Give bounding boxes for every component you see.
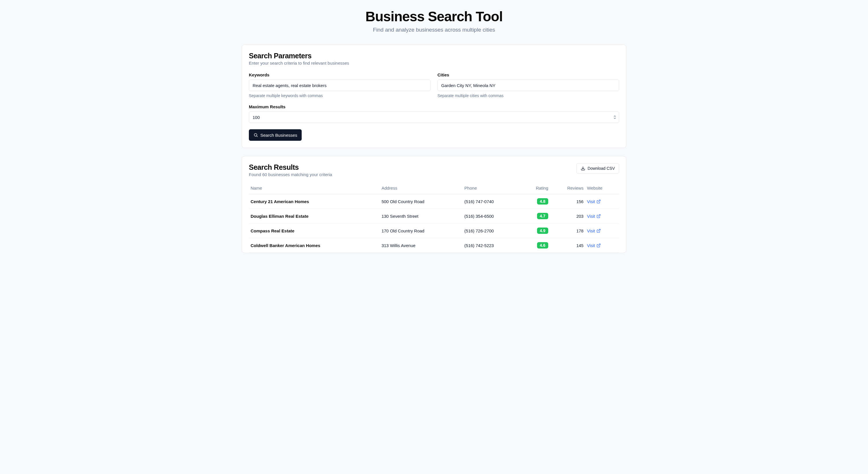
svg-line-1 — [257, 136, 257, 137]
cell-rating: 4.9 — [522, 224, 550, 238]
external-link-icon — [596, 214, 601, 218]
cell-reviews: 203 — [550, 209, 585, 224]
visit-link[interactable]: Visit — [587, 214, 601, 218]
cities-label: Cities — [437, 72, 619, 77]
table-row: Century 21 American Homes500 Old Country… — [249, 194, 619, 209]
rating-badge: 4.9 — [537, 228, 548, 234]
col-header-reviews: Reviews — [550, 182, 585, 194]
external-link-icon — [596, 243, 601, 248]
results-title: Search Results — [249, 163, 332, 172]
cell-rating: 4.6 — [522, 238, 550, 253]
cities-hint: Separate multiple cities with commas — [437, 93, 619, 98]
search-parameters-card: Search Parameters Enter your search crit… — [242, 45, 626, 148]
cell-phone: (516) 354-6500 — [463, 209, 522, 224]
page-subtitle: Find and analyze businesses across multi… — [242, 27, 626, 33]
col-header-rating: Rating — [522, 182, 550, 194]
cell-name: Compass Real Estate — [249, 224, 380, 238]
cell-rating: 4.8 — [522, 194, 550, 209]
cell-reviews: 178 — [550, 224, 585, 238]
cell-name: Century 21 American Homes — [249, 194, 380, 209]
search-params-subtitle: Enter your search criteria to find relev… — [249, 61, 619, 65]
external-link-icon — [596, 199, 601, 204]
search-params-title: Search Parameters — [249, 52, 619, 60]
cell-website: Visit — [585, 194, 619, 209]
cell-address: 500 Old Country Road — [380, 194, 463, 209]
rating-badge: 4.8 — [537, 198, 548, 205]
visit-link[interactable]: Visit — [587, 228, 601, 233]
search-businesses-button[interactable]: Search Businesses — [249, 129, 302, 141]
table-row: Douglas Elliman Real Estate130 Seventh S… — [249, 209, 619, 224]
table-row: Compass Real Estate170 Old Country Road(… — [249, 224, 619, 238]
keywords-label: Keywords — [249, 72, 431, 77]
cell-website: Visit — [585, 238, 619, 253]
search-results-card: Search Results Found 60 businesses match… — [242, 156, 626, 253]
svg-line-4 — [598, 214, 600, 216]
cell-phone: (516) 726-2700 — [463, 224, 522, 238]
col-header-phone: Phone — [463, 182, 522, 194]
col-header-address: Address — [380, 182, 463, 194]
svg-line-5 — [598, 229, 600, 231]
download-csv-button[interactable]: Download CSV — [577, 163, 619, 174]
download-icon — [581, 166, 585, 171]
col-header-website: Website — [585, 182, 619, 194]
cities-input[interactable] — [437, 80, 619, 91]
cell-website: Visit — [585, 224, 619, 238]
search-icon — [253, 133, 258, 137]
cell-name: Douglas Elliman Real Estate — [249, 209, 380, 224]
cell-address: 130 Seventh Street — [380, 209, 463, 224]
svg-line-6 — [598, 244, 600, 246]
cell-phone: (516) 742-5223 — [463, 238, 522, 253]
svg-line-3 — [598, 200, 600, 202]
rating-badge: 4.6 — [537, 242, 548, 248]
results-table: Name Address Phone Rating Reviews Websit… — [249, 182, 619, 253]
visit-label: Visit — [587, 199, 595, 204]
max-results-label: Maximum Results — [249, 104, 619, 109]
cell-address: 313 Willis Avenue — [380, 238, 463, 253]
rating-badge: 4.7 — [537, 213, 548, 219]
results-subtitle: Found 60 businesses matching your criter… — [249, 172, 332, 177]
visit-label: Visit — [587, 214, 595, 218]
cell-rating: 4.7 — [522, 209, 550, 224]
cell-name: Coldwell Banker American Homes — [249, 238, 380, 253]
keywords-input[interactable] — [249, 80, 431, 91]
col-header-name: Name — [249, 182, 380, 194]
search-button-label: Search Businesses — [260, 133, 297, 138]
visit-label: Visit — [587, 243, 595, 248]
cell-address: 170 Old Country Road — [380, 224, 463, 238]
cell-reviews: 156 — [550, 194, 585, 209]
cell-website: Visit — [585, 209, 619, 224]
visit-link[interactable]: Visit — [587, 199, 601, 204]
visit-link[interactable]: Visit — [587, 243, 601, 248]
page-title: Business Search Tool — [242, 9, 626, 24]
keywords-hint: Separate multiple keywords with commas — [249, 93, 431, 98]
cell-reviews: 145 — [550, 238, 585, 253]
table-row: Coldwell Banker American Homes313 Willis… — [249, 238, 619, 253]
page-header: Business Search Tool Find and analyze bu… — [242, 9, 626, 33]
external-link-icon — [596, 229, 601, 233]
download-csv-label: Download CSV — [588, 166, 615, 171]
cell-phone: (516) 747-0740 — [463, 194, 522, 209]
max-results-select[interactable]: 100 — [249, 112, 619, 123]
visit-label: Visit — [587, 228, 595, 233]
